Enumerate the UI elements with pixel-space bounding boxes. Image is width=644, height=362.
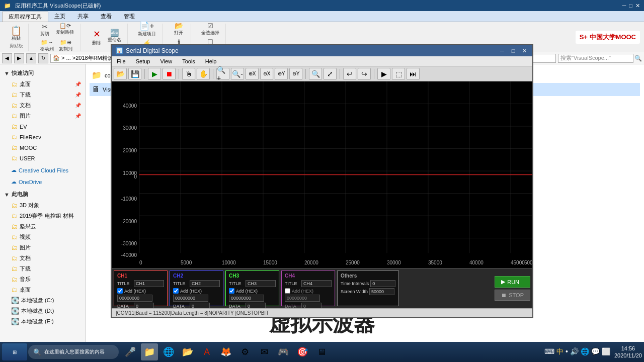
sidebar-item-drive-c[interactable]: 💽 本地磁盘 (C:) [0, 295, 85, 306]
tab-home[interactable]: 主页 [48, 12, 71, 21]
minimize-btn[interactable]: ─ [622, 3, 626, 9]
sidebar-item-pictures[interactable]: 🗂 图片 📌 [0, 111, 85, 121]
sidebar-item-2019[interactable]: 🗂 2019赛季 电控组 材料 [0, 211, 85, 221]
quick-access-header[interactable]: ▼ 快速访问 [0, 67, 85, 79]
copy-to-btn[interactable]: 📁⊕ 复制到 [57, 38, 74, 53]
select-btn[interactable]: ▶ [377, 68, 390, 80]
ime-icon[interactable]: 中 [556, 347, 564, 356]
open-btn[interactable]: 📂 打开 [171, 21, 187, 37]
network-icon[interactable]: 🌐 [581, 347, 589, 356]
scope-menu-tools[interactable]: Tools [179, 58, 198, 65]
region-btn[interactable]: ⬚ [392, 68, 405, 80]
sidebar-item-docs[interactable]: 🗂 文档 [0, 253, 85, 263]
volume-icon[interactable]: 🔊 [570, 347, 579, 356]
ch1-title-input[interactable] [134, 280, 164, 287]
show-desktop-icon[interactable]: ⬜ [602, 347, 610, 356]
cursor-btn[interactable]: 🖱 [182, 68, 195, 80]
ch1-addr-input[interactable] [117, 295, 152, 302]
taskbar-ai-icon[interactable]: A [198, 343, 215, 360]
search-icon[interactable]: 🔍 [634, 55, 642, 62]
taskbar-cortana-icon[interactable]: 🎤 [122, 343, 139, 360]
sidebar-item-user[interactable]: 🗂 USER [0, 153, 85, 163]
taskbar-explorer-icon[interactable]: 📁 [141, 343, 158, 360]
sidebar-item-video[interactable]: 🗂 视频 [0, 232, 85, 242]
sidebar-item-desk[interactable]: 🗂 桌面 [0, 285, 85, 295]
scope-menu-file[interactable]: File [114, 58, 129, 65]
sidebar-item-music[interactable]: 🗂 音乐 [0, 274, 85, 285]
search-input[interactable]: 搜索"VisualScope..." [558, 54, 633, 63]
taskbar-edge-icon[interactable]: 🌐 [160, 343, 177, 360]
sidebar-item-mooc[interactable]: 🗂 MOOC [0, 142, 85, 153]
move-btn[interactable]: ✋ [197, 68, 210, 80]
ch2-addr-input[interactable] [173, 295, 208, 302]
forward-btn[interactable]: ▶ [14, 53, 24, 63]
scope-close-btn[interactable]: ✕ [520, 47, 528, 54]
zoom-in-x-btn[interactable]: ⊕X [246, 68, 259, 80]
sidebar-item-creative-cloud[interactable]: ☁ Creative Cloud Files [0, 165, 85, 175]
sidebar-item-ev[interactable]: 🗂 EV [0, 121, 85, 132]
this-pc-header[interactable]: ▼ 此电脑 [0, 189, 85, 200]
zoom-out-y-btn[interactable]: ⊖Y [289, 68, 302, 80]
sidebar-item-drive-e[interactable]: 💽 本地磁盘 (E:) [0, 316, 85, 327]
run-button[interactable]: ▶ RUN [495, 276, 530, 288]
redo-btn[interactable]: ↪ [358, 68, 371, 80]
sidebar-item-dl[interactable]: 🗂 下载 [0, 263, 85, 274]
save-btn[interactable]: 💾 [128, 68, 141, 80]
zoom-in-btn[interactable]: 🔍+ [216, 68, 229, 80]
sidebar-item-3d[interactable]: 🗂 3D 对象 [0, 200, 85, 211]
notification-icon[interactable]: 💬 [591, 347, 600, 356]
stop-btn[interactable]: ⏹ [163, 68, 176, 80]
sidebar-item-drive-d[interactable]: 💽 本地磁盘 (D:) [0, 306, 85, 316]
ch2-addr-checkbox[interactable] [173, 288, 179, 294]
taskbar-game2-icon[interactable]: 🎯 [294, 343, 311, 360]
zoom-in-y-btn[interactable]: ⊕Y [275, 68, 288, 80]
stop-button[interactable]: ⏹ STOP [495, 290, 530, 301]
tab-view[interactable]: 查看 [95, 12, 118, 21]
refresh-btn[interactable]: ↻ [38, 53, 48, 63]
delete-btn[interactable]: ✕ 删除 [89, 28, 105, 47]
sidebar-item-images[interactable]: 🗂 图片 [0, 242, 85, 253]
ch3-title-input[interactable] [246, 280, 276, 287]
dot-icon[interactable]: • [566, 347, 568, 356]
sidebar-item-desktop[interactable]: 🗂 桌面 📌 [0, 79, 85, 89]
screen-width-input[interactable] [369, 288, 394, 295]
zoom-out-btn[interactable]: 🔍- [231, 68, 244, 80]
up-btn[interactable]: ▲ [26, 53, 36, 63]
tab-share[interactable]: 共享 [71, 12, 95, 21]
cut-btn[interactable]: ✂ 剪切 [37, 22, 53, 38]
tab-app-tools[interactable]: 应用程序工具 [2, 12, 48, 22]
ch4-addr-checkbox[interactable] [285, 288, 290, 294]
open-btn[interactable]: 📂 [114, 68, 127, 80]
taskbar-search[interactable]: 🔍 在这里输入您要搜索的内容 [28, 345, 119, 359]
maximize-btn[interactable]: □ [629, 3, 632, 9]
move-to-btn[interactable]: 📁→ 移动到 [38, 38, 56, 53]
taskbar-game1-icon[interactable]: 🎮 [275, 343, 292, 360]
close-btn[interactable]: ✕ [635, 3, 640, 9]
taskbar-firefox-icon[interactable]: 🦊 [217, 343, 234, 360]
ch4-title-input[interactable] [301, 280, 332, 287]
start-button[interactable]: ⊞ [2, 343, 27, 360]
back-btn[interactable]: ◀ [2, 53, 12, 63]
sidebar-item-jianguoyun[interactable]: 🗂 坚果云 [0, 221, 85, 232]
taskbar-clock[interactable]: 14:56 2020/11/20 [614, 345, 642, 359]
scope-menu-setup[interactable]: Setup [133, 58, 153, 65]
zoom-out-x-btn[interactable]: ⊖X [260, 68, 273, 80]
taskbar-monitor-icon[interactable]: 🖥 [313, 343, 330, 360]
ch3-addr-input[interactable] [229, 295, 264, 302]
time-intervals-input[interactable] [370, 280, 395, 287]
scope-minimize-btn[interactable]: ─ [498, 47, 506, 54]
taskbar-filemanager-icon[interactable]: 📂 [179, 343, 196, 360]
fit-btn[interactable]: ⤢ [324, 68, 337, 80]
taskbar-mail-icon[interactable]: ✉ [256, 343, 273, 360]
taskbar-settings-icon[interactable]: ⚙ [236, 343, 254, 360]
sidebar-item-downloads[interactable]: 🗂 下载 📌 [0, 89, 85, 100]
paste-btn[interactable]: 📋 粘贴 [8, 25, 24, 43]
sidebar-item-onedrive[interactable]: ☁ OneDrive [0, 177, 85, 187]
scope-menu-view[interactable]: View [157, 58, 175, 65]
select-all-btn[interactable]: ☑ 全选选择 [199, 21, 221, 37]
undo-btn[interactable]: ↩ [343, 68, 356, 80]
new-item-btn[interactable]: 📄+ 新建项目 [136, 20, 158, 38]
copy-path-btn[interactable]: 📋⟳ 复制路径 [54, 22, 76, 38]
ch3-addr-checkbox[interactable] [229, 288, 234, 294]
sidebar-item-filerecv[interactable]: 🗂 FileRecv [0, 132, 85, 142]
